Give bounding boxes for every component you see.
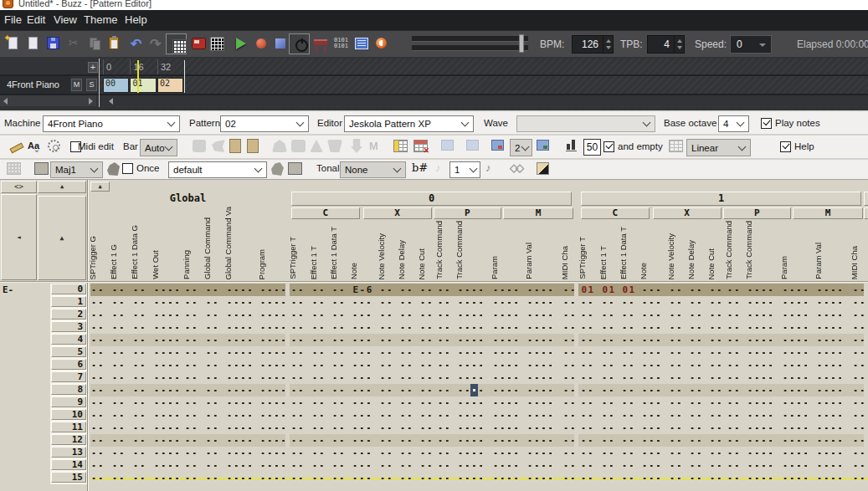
- track-0-group-M[interactable]: M: [503, 207, 573, 219]
- dots-track1-col3[interactable]: [641, 284, 662, 484]
- row-number-3[interactable]: 3: [51, 321, 86, 332]
- undo-button[interactable]: ↶: [131, 36, 146, 51]
- loop-button[interactable]: [289, 33, 310, 54]
- dots-track1-col0[interactable]: [580, 284, 593, 484]
- dots-track0-col9[interactable]: [492, 284, 520, 484]
- row-number-9[interactable]: 9: [51, 396, 86, 407]
- pattern-block-01[interactable]: 01: [130, 78, 156, 93]
- digit-display-button[interactable]: 0101 0101: [334, 36, 349, 51]
- record-button[interactable]: [254, 36, 269, 51]
- menu-view[interactable]: View: [54, 10, 77, 30]
- dots-track0-col4[interactable]: [379, 284, 393, 484]
- row-number-2[interactable]: 2: [51, 309, 86, 320]
- track-1-header[interactable]: 1: [581, 192, 861, 206]
- wave-dropdown[interactable]: [516, 115, 655, 132]
- dots-track0-col6[interactable]: [419, 284, 433, 484]
- track-1-group-X[interactable]: X: [653, 207, 722, 219]
- pattern-view-button[interactable]: [166, 33, 187, 54]
- track-0-header[interactable]: 0: [291, 192, 572, 206]
- clipboard-paste-icon[interactable]: [247, 139, 259, 153]
- clipboard-copy-icon[interactable]: [229, 139, 241, 153]
- master-volume-slider[interactable]: [412, 34, 528, 53]
- dots-global-col1[interactable]: [111, 284, 125, 484]
- track-list-scrollbar[interactable]: [0, 95, 96, 106]
- editor-dropdown[interactable]: Jeskola Pattern XP: [344, 115, 474, 132]
- columns-yellow-icon[interactable]: [393, 140, 408, 152]
- dots-global-col4[interactable]: [184, 284, 198, 484]
- header-scroll-up-button[interactable]: ▲: [38, 181, 86, 193]
- wrench-icon[interactable]: [8, 140, 22, 153]
- mute-button[interactable]: M: [71, 79, 82, 91]
- pattern-block-00[interactable]: 00: [103, 78, 129, 93]
- add-pattern-button[interactable]: +: [88, 62, 98, 73]
- play-button[interactable]: [234, 36, 249, 51]
- save-button[interactable]: [46, 36, 61, 51]
- tonal-dropdown[interactable]: None: [340, 161, 406, 178]
- note2-icon[interactable]: ♪: [485, 161, 491, 174]
- row-number-8[interactable]: 8: [51, 384, 86, 395]
- help-checkbox[interactable]: [780, 141, 791, 152]
- dots-track0-col3[interactable]: [352, 284, 372, 484]
- row-number-1[interactable]: 1: [51, 296, 86, 307]
- step-dropdown[interactable]: 2: [510, 139, 532, 156]
- cell-value[interactable]: 01: [621, 284, 634, 296]
- glove-icon[interactable]: [107, 162, 120, 176]
- header-scroll-up2-button[interactable]: ▲: [38, 196, 86, 280]
- scroll-left-icon[interactable]: [3, 98, 8, 105]
- dots-track1-col7[interactable]: [727, 284, 740, 484]
- dots-track0-col1[interactable]: [311, 284, 325, 484]
- audio-device-button[interactable]: [374, 36, 389, 51]
- dots-global-col0[interactable]: [90, 284, 104, 484]
- and-empty-checkbox[interactable]: [603, 141, 614, 152]
- row-number-10[interactable]: 10: [51, 409, 86, 420]
- chord-grid-icon[interactable]: [288, 162, 302, 175]
- track-0-group-P[interactable]: P: [434, 207, 502, 219]
- scale-grid-icon[interactable]: [34, 162, 49, 175]
- stop-button[interactable]: [273, 36, 288, 51]
- font-icon[interactable]: Aa: [28, 141, 39, 151]
- header-scroll-left-button[interactable]: ◄: [1, 194, 37, 280]
- dots-track1-col4[interactable]: [669, 284, 682, 484]
- fist-icon[interactable]: [193, 140, 206, 152]
- grow-pattern-icon[interactable]: [537, 140, 549, 151]
- dots-track0-col7[interactable]: [437, 284, 450, 484]
- paint-icon[interactable]: [537, 162, 549, 175]
- menu-file[interactable]: File: [4, 10, 22, 30]
- merge-icon[interactable]: M: [369, 140, 378, 152]
- scroll-right-icon[interactable]: [89, 98, 93, 105]
- pattern-block-02[interactable]: 02: [157, 78, 183, 93]
- insert-row-icon[interactable]: [351, 139, 362, 153]
- scale-dropdown[interactable]: Maj1: [50, 161, 103, 178]
- dots-track1-col2[interactable]: [621, 284, 634, 484]
- track-1-group-P[interactable]: P: [723, 207, 792, 219]
- redo-button[interactable]: ↷: [150, 36, 165, 51]
- preset-dropdown[interactable]: default: [168, 161, 267, 178]
- menu-help[interactable]: Help: [125, 10, 147, 30]
- pony-icon[interactable]: [212, 140, 225, 152]
- cell-value[interactable]: 01: [580, 284, 593, 296]
- global-collapse-button[interactable]: ▲: [90, 182, 110, 192]
- sequence-scrollbar[interactable]: [100, 95, 868, 106]
- dots-track1-col9[interactable]: [782, 284, 809, 484]
- dots-track0-col5[interactable]: [399, 284, 413, 484]
- row-number-7[interactable]: 7: [51, 371, 86, 382]
- edit-cursor[interactable]: [470, 384, 478, 396]
- glove2-icon[interactable]: [271, 162, 284, 176]
- dots-track0-col11[interactable]: [562, 284, 576, 484]
- paste-button[interactable]: [107, 36, 122, 51]
- midi-keyboard-button[interactable]: [313, 36, 328, 51]
- sequence-track-name[interactable]: 4Front Piano: [0, 76, 70, 94]
- rotate-pattern-icon[interactable]: [441, 140, 454, 151]
- row-number-14[interactable]: 14: [51, 459, 86, 470]
- dots-track1-col11[interactable]: [852, 284, 865, 484]
- octave-down-icon[interactable]: [327, 140, 342, 152]
- shrink-pattern-icon[interactable]: [491, 140, 504, 151]
- row-number-12[interactable]: 12: [51, 434, 86, 445]
- bar-dropdown[interactable]: Auto: [140, 139, 177, 156]
- row-number-0[interactable]: 0: [51, 284, 86, 294]
- dots-global-col5[interactable]: [205, 284, 218, 484]
- octave-up-icon[interactable]: [310, 140, 323, 152]
- transpose-down-icon[interactable]: [291, 140, 306, 152]
- row-number-15[interactable]: 15: [51, 472, 86, 483]
- diamonds-icon[interactable]: ◇◇: [510, 161, 521, 174]
